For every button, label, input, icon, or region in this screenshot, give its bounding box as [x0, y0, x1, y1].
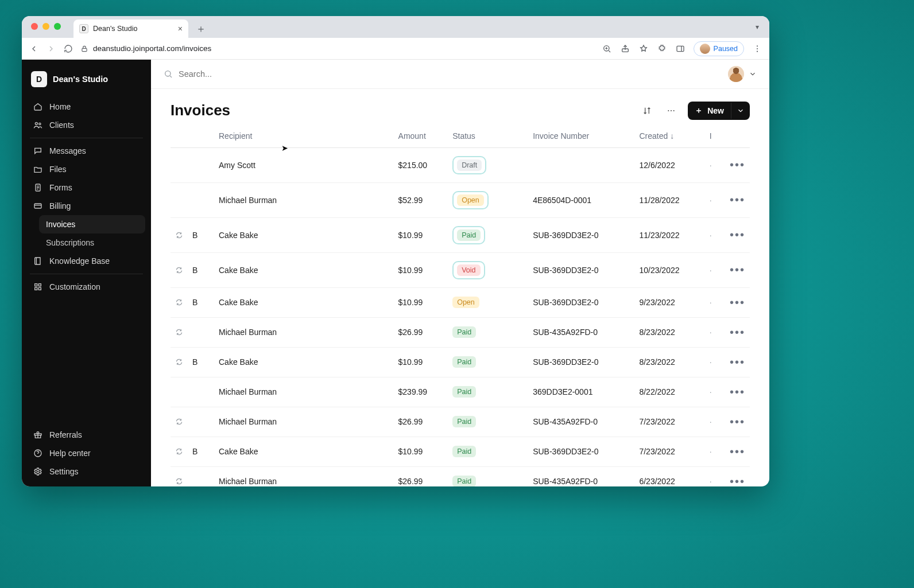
bookmark-icon[interactable] [638, 44, 649, 54]
table-row[interactable]: BCake Bake$10.99OpenSUB-369DD3E2-09/23/2… [171, 287, 750, 317]
company-avatar: B [192, 357, 210, 367]
sync-cell [171, 466, 188, 486]
share-icon[interactable] [620, 44, 630, 54]
user-menu[interactable] [728, 66, 757, 82]
row-actions[interactable]: ••• [721, 317, 750, 347]
sort-button[interactable] [640, 103, 654, 118]
new-button-dropdown[interactable] [731, 103, 750, 119]
invoice-table: Recipient Amount Status Invoice Number C… [171, 124, 750, 486]
svg-rect-10 [34, 204, 41, 208]
browser-address-bar: deanstudio.joinportal.com/invoices Pause… [22, 38, 769, 60]
invoice-number-cell: SUB-369DD3E2-0 [528, 287, 634, 317]
panel-icon[interactable] [675, 44, 686, 54]
amount-cell: $10.99 [394, 287, 448, 317]
sidebar-item-clients[interactable]: Clients [28, 116, 145, 134]
search-input[interactable] [179, 69, 328, 79]
column-created[interactable]: Created ↓ [634, 124, 704, 148]
table-row[interactable]: Michael Burman$239.99Paid369DD3E2-00018/… [171, 377, 750, 407]
sidebar-item-help[interactable]: Help center [28, 444, 145, 462]
tabs-overflow-button[interactable]: ▾ [756, 23, 759, 31]
amount-cell: $52.99 [394, 182, 448, 217]
invoice-table-wrap: Recipient Amount Status Invoice Number C… [151, 124, 769, 486]
row-actions[interactable]: ••• [721, 182, 750, 217]
table-row[interactable]: BCake Bake$10.99PaidSUB-369DD3E2-08/23/2… [171, 347, 750, 377]
svg-point-4 [757, 45, 758, 46]
sidebar-bottom: Referrals Help center Settings [28, 426, 145, 481]
sidebar-item-knowledge[interactable]: Knowledge Base [28, 252, 145, 270]
sidebar-item-settings[interactable]: Settings [28, 462, 145, 481]
recipient-name: Cake Bake [219, 298, 258, 307]
sidebar-item-label: Billing [49, 201, 71, 211]
table-row[interactable]: Michael Burman$26.99PaidSUB-435A92FD-08/… [171, 317, 750, 347]
extensions-icon[interactable] [657, 44, 667, 54]
svg-point-6 [757, 50, 758, 52]
recipient-name: Cake Bake [219, 266, 258, 275]
back-button[interactable] [29, 44, 39, 54]
sidebar-item-billing[interactable]: Billing [28, 197, 145, 215]
sidebar-item-files[interactable]: Files [28, 160, 145, 178]
row-actions[interactable]: ••• [721, 347, 750, 377]
table-row[interactable]: BCake Bake$10.99PaidSUB-369DD3E2-07/23/2… [171, 437, 750, 466]
column-status[interactable]: Status [448, 124, 528, 148]
column-amount[interactable]: Amount [394, 124, 448, 148]
sidebar-item-customization[interactable]: Customization [28, 278, 145, 296]
page-title: Invoices [171, 102, 230, 119]
new-invoice-button[interactable]: ＋ New [688, 102, 750, 120]
amount-cell: $26.99 [394, 407, 448, 437]
brand[interactable]: D Dean's Studio [28, 68, 145, 98]
invoice-number-cell: SUB-369DD3E2-0 [528, 217, 634, 252]
browser-tab[interactable]: D Dean's Studio × [73, 20, 188, 38]
new-tab-button[interactable]: ＋ [193, 21, 209, 37]
avatar-cell: B [188, 347, 214, 377]
search-field[interactable] [164, 69, 721, 79]
row-actions[interactable]: ••• [721, 287, 750, 317]
row-actions[interactable]: ••• [721, 252, 750, 287]
sync-cell [171, 182, 188, 217]
table-row[interactable]: BCake Bake$10.99PaidSUB-369DD3E2-011/23/… [171, 217, 750, 252]
more-icon: ••• [730, 158, 745, 171]
sidebar-subitem-subscriptions[interactable]: Subscriptions [39, 233, 145, 252]
invoice-number-cell: SUB-435A92FD-0 [528, 407, 634, 437]
row-actions[interactable]: ••• [721, 217, 750, 252]
svg-point-7 [35, 122, 37, 124]
browser-menu-button[interactable] [752, 44, 762, 54]
invoice-number-cell: SUB-369DD3E2-0 [528, 347, 634, 377]
row-actions[interactable]: ••• [721, 377, 750, 407]
more-button[interactable] [664, 103, 679, 118]
row-actions[interactable]: ••• [721, 147, 750, 182]
row-actions[interactable]: ••• [721, 437, 750, 466]
close-window-button[interactable] [31, 23, 38, 30]
url-display[interactable]: deanstudio.joinportal.com/invoices [80, 44, 595, 53]
table-row[interactable]: Michael Burman$26.99PaidSUB-435A92FD-07/… [171, 407, 750, 437]
row-actions[interactable]: ••• [721, 466, 750, 486]
minimize-window-button[interactable] [42, 23, 49, 30]
column-invoice-number[interactable]: Invoice Number [528, 124, 634, 148]
maximize-window-button[interactable] [54, 23, 61, 30]
zoom-icon[interactable] [602, 44, 612, 54]
close-tab-button[interactable]: × [178, 25, 183, 33]
sync-cell [171, 377, 188, 407]
recipient-name: Michael Burman [219, 387, 277, 396]
sidebar-subitem-invoices[interactable]: Invoices [39, 215, 145, 233]
sidebar-item-forms[interactable]: Forms [28, 178, 145, 197]
table-row[interactable]: Michael Burman$52.99Open4E86504D-000111/… [171, 182, 750, 217]
forward-button[interactable] [46, 44, 56, 54]
sidebar-item-referrals[interactable]: Referrals [28, 426, 145, 444]
sidebar-item-home[interactable]: Home [28, 98, 145, 116]
status-cell: Paid [448, 377, 528, 407]
column-recipient[interactable]: Recipient [214, 124, 394, 148]
reload-button[interactable] [63, 44, 73, 54]
profile-paused-pill[interactable]: Paused [694, 41, 744, 56]
company-avatar: B [192, 266, 210, 275]
table-row[interactable]: BCake Bake$10.99VoidSUB-369DD3E2-010/23/… [171, 252, 750, 287]
plus-icon: ＋ [695, 106, 703, 116]
sidebar-sublist-billing: Invoices Subscriptions [39, 215, 145, 252]
sidebar-separator [30, 138, 143, 138]
row-actions[interactable]: ••• [721, 407, 750, 437]
table-row[interactable]: Amy Scott$215.00Draft12/6/2022·••• [171, 147, 750, 182]
sidebar-item-messages[interactable]: Messages [28, 142, 145, 160]
help-icon [33, 449, 42, 458]
avatar-cell: B [188, 437, 214, 466]
table-row[interactable]: Michael Burman$26.99PaidSUB-435A92FD-06/… [171, 466, 750, 486]
recipient-cell: Michael Burman [214, 377, 394, 407]
